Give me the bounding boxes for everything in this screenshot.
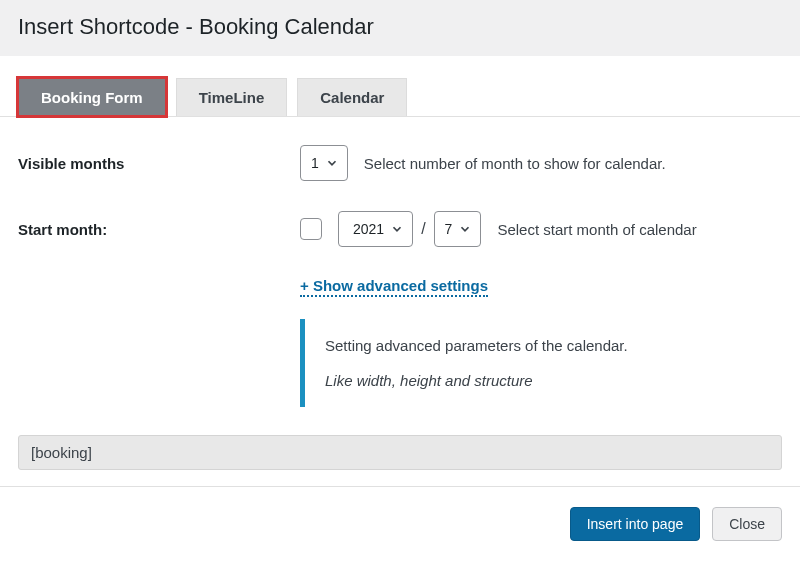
advanced-callout: Setting advanced parameters of the calen… [300,319,782,407]
insert-into-page-button[interactable]: Insert into page [570,507,701,541]
show-advanced-settings-link[interactable]: + Show advanced settings [300,277,488,297]
dialog-title: Insert Shortcode - Booking Calendar [18,14,374,39]
advanced-toggle-label: + Show advanced settings [300,277,488,294]
tab-label: Booking Form [41,89,143,106]
visible-months-help: Select number of month to show for calen… [364,155,666,172]
button-label: Close [729,516,765,532]
chevron-down-icon [458,222,472,236]
date-separator: / [421,220,425,238]
start-month-help: Select start month of calendar [497,221,696,238]
row-start-month: Start month: 2021 / 7 [18,211,782,247]
visible-months-label: Visible months [18,155,300,172]
tab-label: Calendar [320,89,384,106]
tab-label: TimeLine [199,89,265,106]
chevron-down-icon [390,222,404,236]
tab-bar: Booking Form TimeLine Calendar [0,56,800,117]
start-month-month-value: 7 [445,221,453,237]
row-advanced-toggle: + Show advanced settings [300,277,782,297]
start-month-year-select[interactable]: 2021 [338,211,413,247]
shortcode-output[interactable]: [booking] [18,435,782,470]
dialog-footer: Insert into page Close [0,486,800,561]
start-month-checkbox[interactable] [300,218,322,240]
start-month-date-group: 2021 / 7 [338,211,481,247]
tab-booking-form[interactable]: Booking Form [18,78,166,116]
advanced-desc: Setting advanced parameters of the calen… [325,337,762,354]
start-month-controls: 2021 / 7 Select start month of calendar [300,211,782,247]
advanced-hint: Like width, height and structure [325,372,533,389]
tab-calendar[interactable]: Calendar [297,78,407,116]
shortcode-value: [booking] [31,444,92,461]
start-month-year-value: 2021 [353,221,384,237]
start-month-month-select[interactable]: 7 [434,211,482,247]
close-button[interactable]: Close [712,507,782,541]
visible-months-controls: 1 Select number of month to show for cal… [300,145,782,181]
row-visible-months: Visible months 1 Select number of month … [18,145,782,181]
start-month-label: Start month: [18,221,300,238]
dialog-header: Insert Shortcode - Booking Calendar [0,0,800,56]
visible-months-value: 1 [311,155,319,171]
form-body: Visible months 1 Select number of month … [0,117,800,435]
chevron-down-icon [325,156,339,170]
button-label: Insert into page [587,516,684,532]
visible-months-select[interactable]: 1 [300,145,348,181]
dialog-content: Booking Form TimeLine Calendar Visible m… [0,56,800,470]
tab-timeline[interactable]: TimeLine [176,78,288,116]
